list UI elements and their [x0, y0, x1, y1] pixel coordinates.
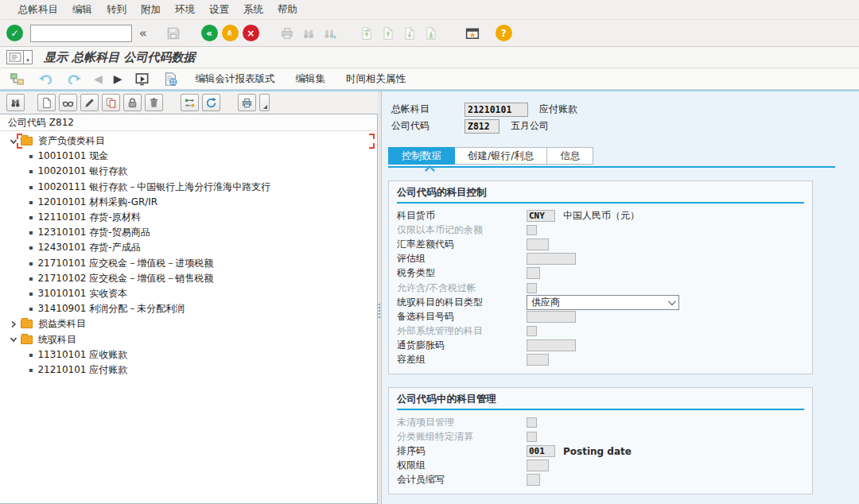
- page-up-button[interactable]: [379, 25, 397, 42]
- tree-item-10020101[interactable]: ▪10020101 银行存款: [0, 164, 377, 179]
- create-account-button[interactable]: [37, 94, 56, 111]
- corner-triangle-icon: [263, 105, 267, 109]
- splitter-handle[interactable]: [378, 302, 381, 320]
- display-account-button[interactable]: [59, 94, 77, 111]
- cancel-button[interactable]: ×: [243, 25, 259, 41]
- services-dropdown-icon[interactable]: ▾: [24, 50, 33, 64]
- gui-services-icon[interactable]: [6, 50, 24, 64]
- authorization-group-field[interactable]: [527, 459, 549, 471]
- enter-button[interactable]: ✓: [6, 25, 23, 41]
- tree-item-31410901[interactable]: ▪31410901 利润分配－未分配利润: [0, 301, 377, 316]
- tree-print-button[interactable]: [238, 94, 256, 111]
- help-button[interactable]: ?: [496, 25, 512, 41]
- form-row: 容差组: [397, 353, 804, 367]
- content-area: 公司代码 Z812 资产负债类科目 ▪10010101 现金 ▪10020101…: [0, 90, 859, 504]
- gl-account-field[interactable]: 21210101: [464, 103, 528, 117]
- chevron-down-icon[interactable]: [10, 335, 17, 343]
- local-currency-balances-checkbox: [527, 225, 537, 235]
- alternative-account-field[interactable]: [527, 311, 576, 323]
- command-collapse-icon[interactable]: «: [136, 26, 150, 41]
- tree-item-21710102[interactable]: ▪21710102 应交税金－增值税－销售税额: [0, 271, 377, 286]
- form-row: 汇率差额代码: [397, 237, 804, 251]
- tab-create-bank-interest[interactable]: 创建/银行/利息: [455, 147, 547, 165]
- menu-settings[interactable]: 设置: [202, 0, 236, 20]
- last-page-button[interactable]: [422, 25, 440, 42]
- tax-category-field[interactable]: [527, 267, 540, 279]
- change-account-button[interactable]: [80, 94, 99, 111]
- time-dependent-attributes-button[interactable]: 时间相关属性: [341, 71, 410, 87]
- exchange-rate-diff-field[interactable]: [527, 238, 549, 250]
- copy-account-button[interactable]: [102, 94, 120, 111]
- back-button[interactable]: «: [201, 25, 218, 41]
- save-button[interactable]: [165, 25, 182, 42]
- account-document-button[interactable]: [162, 70, 180, 87]
- edit-set-button[interactable]: 编辑集: [291, 71, 331, 87]
- field-label: 排序码: [397, 444, 527, 458]
- tree-folder-pl-accounts[interactable]: 损益类科目: [0, 316, 377, 331]
- page-title: 显示 总帐科目 公司代码数据: [44, 50, 195, 65]
- edit-financial-statement-version-button[interactable]: 编辑会计报表版式: [191, 71, 280, 87]
- print-button[interactable]: [278, 25, 296, 42]
- delete-account-button[interactable]: [145, 94, 163, 111]
- account-currency-field[interactable]: CNY: [527, 210, 555, 222]
- new-session-button[interactable]: [464, 25, 481, 42]
- print-options-button[interactable]: [259, 94, 270, 111]
- first-page-button[interactable]: [358, 25, 375, 42]
- glasses-icon: [62, 97, 74, 109]
- swap-view-button[interactable]: [181, 94, 199, 111]
- page-down-button[interactable]: [401, 25, 418, 42]
- company-code-field[interactable]: Z812: [464, 119, 499, 134]
- question-icon: ?: [501, 28, 507, 39]
- tree-item-10020111[interactable]: ▪10020111 银行存款－中国银行上海分行淮海中路支行: [0, 180, 377, 195]
- menu-gl-account[interactable]: 总帐科目: [11, 0, 65, 20]
- tree-item-31010101[interactable]: ▪31010101 实收资本: [0, 286, 377, 301]
- tree-item-11310101[interactable]: ▪11310101 应收账款: [0, 347, 377, 362]
- chevron-down-icon[interactable]: [10, 138, 17, 145]
- tree-find-button[interactable]: [6, 94, 25, 111]
- redo-button[interactable]: [65, 70, 83, 87]
- menu-extras[interactable]: 附加: [134, 0, 168, 20]
- form-row: 外部系统管理的科目: [397, 324, 804, 339]
- menu-goto[interactable]: 转到: [99, 0, 134, 20]
- new-window-star-icon: [465, 26, 480, 41]
- tree-item-12110101[interactable]: ▪12110101 存货-原材料: [0, 210, 377, 225]
- block-account-button[interactable]: [123, 94, 142, 111]
- page-first-icon: [360, 26, 374, 41]
- find-button[interactable]: [300, 25, 317, 42]
- refresh-button[interactable]: [202, 94, 220, 111]
- tree-item-12010101[interactable]: ▪12010101 材料采购-GR/IR: [0, 195, 377, 210]
- display-change-button[interactable]: [134, 70, 151, 87]
- tolerance-group-field[interactable]: [527, 354, 549, 366]
- menu-help[interactable]: 帮助: [270, 0, 305, 20]
- next-account-icon[interactable]: ▶: [114, 72, 122, 85]
- menu-system[interactable]: 系统: [236, 0, 270, 20]
- tree-item-10010101[interactable]: ▪10010101 现金: [0, 149, 377, 164]
- find-next-button[interactable]: [321, 25, 339, 42]
- tab-control-data[interactable]: 控制数据: [388, 147, 455, 165]
- tree-item-21210101[interactable]: ▪21210101 应付账款: [0, 362, 377, 378]
- menu-environment[interactable]: 环境: [168, 0, 202, 20]
- tree-folder-balance-sheet[interactable]: 资产负债类科目: [0, 134, 377, 149]
- folder-icon: [21, 137, 33, 145]
- undo-button[interactable]: [37, 70, 54, 87]
- tree-folder-recon-accounts[interactable]: 统驭科目: [0, 331, 377, 347]
- page-last-icon: [424, 26, 438, 41]
- inflation-key-field[interactable]: [527, 339, 576, 351]
- menu-edit[interactable]: 编辑: [65, 0, 99, 20]
- accounting-clerk-field[interactable]: [527, 474, 540, 486]
- sort-key-field[interactable]: 001: [527, 445, 555, 457]
- tree-item-12310101[interactable]: ▪12310101 存货-贸易商品: [0, 225, 377, 240]
- recon-account-type-select[interactable]: 供应商: [527, 295, 679, 310]
- command-input[interactable]: [30, 25, 132, 42]
- valuation-group-field[interactable]: [527, 253, 576, 265]
- tree-panel: 公司代码 Z812 资产负债类科目 ▪10010101 现金 ▪10020101…: [0, 114, 378, 504]
- folder-icon: [21, 320, 33, 328]
- tree-item-12430101[interactable]: ▪12430101 存货-产成品: [0, 240, 377, 255]
- tree-item-21710101[interactable]: ▪21710101 应交税金－增值税－进项税额: [0, 256, 377, 271]
- pane-splitter[interactable]: [378, 91, 381, 504]
- other-account-button[interactable]: [8, 70, 25, 87]
- page-down-icon: [402, 26, 417, 41]
- exit-button[interactable]: «: [222, 25, 239, 41]
- chevron-right-icon[interactable]: [10, 320, 17, 328]
- tab-information[interactable]: 信息: [547, 147, 593, 165]
